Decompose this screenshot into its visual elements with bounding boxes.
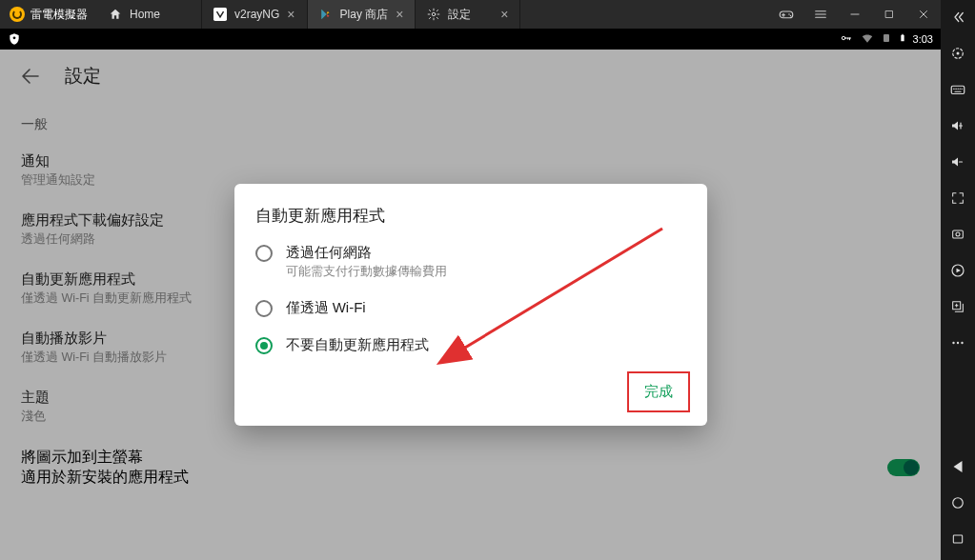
tab-label: Play 商店	[340, 7, 389, 23]
tab-home[interactable]: Home	[97, 0, 202, 29]
menu-icon[interactable]	[803, 0, 838, 29]
option-title: 僅透過 Wi-Fi	[286, 299, 366, 317]
svg-point-16	[956, 232, 960, 236]
tab-v2rayng[interactable]: v2rayNG ×	[202, 0, 308, 29]
svg-rect-0	[213, 8, 227, 21]
shield-icon	[8, 32, 21, 46]
svg-rect-14	[951, 86, 965, 93]
record-icon[interactable]	[946, 259, 969, 282]
tab-label: v2rayNG	[234, 8, 279, 21]
tab-play-store[interactable]: Play 商店 ×	[308, 0, 416, 29]
v2ray-icon	[213, 8, 227, 21]
tab-close-icon[interactable]: ×	[500, 7, 508, 22]
home-icon	[109, 8, 122, 21]
tab-close-icon[interactable]: ×	[396, 7, 403, 22]
no-sim-icon	[881, 31, 892, 47]
nav-home-icon[interactable]	[946, 491, 969, 514]
tab-close-icon[interactable]: ×	[287, 7, 295, 22]
tab-settings[interactable]: 設定 ×	[416, 0, 520, 29]
svg-point-4	[790, 15, 792, 17]
tab-label: 設定	[448, 7, 471, 23]
option-dont-update[interactable]: 不要自動更新應用程式	[234, 327, 707, 364]
svg-point-13	[957, 52, 960, 55]
svg-point-3	[788, 13, 790, 15]
svg-rect-15	[953, 230, 964, 238]
wifi-icon	[860, 31, 875, 47]
status-time: 3:03	[913, 33, 933, 45]
radio-icon	[255, 300, 273, 317]
close-icon[interactable]	[906, 0, 941, 29]
minimize-icon[interactable]	[838, 0, 872, 29]
emulator-sidebar	[941, 0, 975, 560]
svg-point-19	[952, 342, 954, 344]
svg-point-22	[953, 498, 964, 509]
collapse-icon[interactable]	[946, 6, 969, 29]
svg-point-20	[957, 342, 959, 344]
battery-icon	[898, 31, 907, 47]
brand-logo-icon	[10, 7, 25, 22]
android-status-bar: 3:03	[0, 29, 941, 50]
svg-point-7	[842, 36, 845, 40]
option-any-network[interactable]: 透過任何網路 可能需支付行動數據傳輸費用	[234, 234, 707, 290]
option-title: 透過任何網路	[286, 244, 447, 262]
volume-down-icon[interactable]	[946, 150, 969, 173]
emulator-brand: 雷電模擬器	[0, 0, 97, 29]
option-title: 不要自動更新應用程式	[286, 336, 429, 354]
svg-point-21	[961, 342, 963, 344]
svg-rect-8	[884, 34, 889, 42]
svg-point-1	[433, 12, 437, 16]
brand-label: 雷電模擬器	[30, 7, 88, 23]
dialog-title: 自動更新應用程式	[234, 205, 707, 234]
option-wifi-only[interactable]: 僅透過 Wi-Fi	[234, 290, 707, 327]
gear-icon	[427, 8, 440, 21]
radio-icon	[255, 337, 273, 354]
annotation-highlight: 完成	[627, 371, 690, 412]
fullscreen-icon[interactable]	[946, 187, 969, 210]
svg-rect-5	[886, 11, 893, 18]
svg-rect-23	[953, 535, 962, 543]
nav-recents-icon[interactable]	[946, 528, 969, 550]
maximize-icon[interactable]	[872, 0, 906, 29]
done-button[interactable]: 完成	[631, 375, 686, 409]
svg-point-6	[13, 36, 16, 39]
auto-update-dialog: 自動更新應用程式 透過任何網路 可能需支付行動數據傳輸費用 僅透過 Wi-Fi	[234, 184, 707, 426]
play-icon	[319, 8, 333, 21]
multi-instance-icon[interactable]	[946, 295, 969, 318]
keyboard-icon[interactable]	[946, 78, 969, 101]
more-icon[interactable]	[946, 331, 969, 354]
location-icon[interactable]	[946, 42, 969, 65]
vpn-key-icon	[839, 31, 854, 47]
svg-rect-9	[901, 35, 904, 42]
volume-up-icon[interactable]	[946, 114, 969, 137]
gamepad-icon[interactable]	[769, 0, 803, 29]
settings-page: 設定 一般 通知 管理通知設定 應用程式下載偏好設定 透過任何網路 自動更新應用…	[0, 50, 941, 560]
radio-icon	[255, 245, 273, 262]
svg-rect-10	[902, 34, 904, 35]
emulator-tabbar: 雷電模擬器 Home v2rayNG × Play 商店	[0, 0, 941, 29]
window-controls	[769, 0, 941, 29]
nav-back-icon[interactable]	[946, 455, 969, 478]
option-sub: 可能需支付行動數據傳輸費用	[286, 263, 447, 280]
tab-label: Home	[130, 8, 160, 21]
screenshot-icon[interactable]	[946, 223, 969, 246]
